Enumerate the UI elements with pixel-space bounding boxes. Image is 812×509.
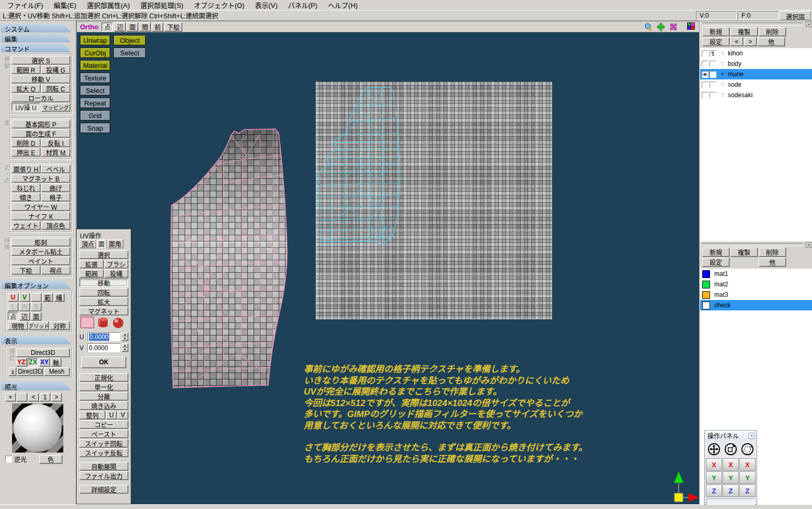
uv-unify-button[interactable]: 単一化	[79, 383, 128, 391]
opt-blank-button[interactable]	[31, 293, 41, 302]
uv-separate-button[interactable]: 分離	[79, 392, 128, 400]
section-header-system[interactable]: システム	[1, 24, 71, 32]
move-tool-button[interactable]	[706, 442, 722, 457]
uv-switch-flip-button[interactable]: スイッチ反転	[79, 448, 128, 457]
color-palette-icon[interactable]	[687, 22, 695, 31]
rotate-x-button[interactable]: X	[739, 458, 756, 471]
expand-triangle-icon[interactable]: ▼	[718, 72, 727, 77]
opt-w-button[interactable]: W	[19, 303, 30, 311]
object-toggle-button[interactable]: Object	[113, 35, 146, 45]
cmd-face-extend-button[interactable]: 面張り H	[12, 165, 40, 173]
object-row-kihon[interactable]: ▽ kihon	[700, 48, 812, 59]
cmd-delete-button[interactable]: 削除 D	[12, 138, 40, 147]
cmd-underlay-button[interactable]: 下絵	[12, 266, 40, 274]
object-lock-checkbox[interactable]	[710, 50, 716, 57]
uv-align-button[interactable]: 整列	[79, 411, 105, 419]
toggle-edge-button[interactable]: 辺	[114, 22, 125, 31]
plane-mapping-icon[interactable]	[81, 317, 94, 328]
cmd-rotate-button[interactable]: 回転 C	[41, 84, 70, 92]
mesh-button[interactable]: Mesh	[44, 367, 70, 376]
cmd-create-face-button[interactable]: 面の生成 F	[12, 129, 70, 137]
model-mesh-front[interactable]	[166, 128, 300, 395]
object-row-sodesaki[interactable]: ▽ sodesaki	[700, 90, 812, 100]
material-row-check[interactable]: check	[700, 300, 812, 310]
cmd-extrude-button[interactable]: 押出 E	[12, 148, 40, 156]
scale-z-button[interactable]: Z	[723, 484, 739, 497]
object-row-body[interactable]: ▽ body	[700, 59, 812, 69]
menu-selection-attr[interactable]: 選択部属性(A)	[82, 0, 135, 10]
uv-brush-button[interactable]: ブラシ	[105, 260, 129, 268]
cmd-paint-button[interactable]: ペイント	[12, 257, 70, 265]
menu-file[interactable]: ファイル(F)	[2, 0, 49, 10]
v-spin-down[interactable]: ▼	[122, 348, 128, 352]
object-lock-checkbox[interactable]	[710, 92, 716, 99]
cmd-scale-button[interactable]: 拡大 Q	[12, 84, 40, 92]
uv-range-button[interactable]: 範囲	[79, 269, 104, 277]
projection-mode-label[interactable]: Ortho	[80, 23, 98, 31]
opt-u-button[interactable]: U	[8, 293, 18, 302]
cylinder-mapping-icon[interactable]	[96, 317, 110, 329]
uv-lasso-button[interactable]: 投縄	[105, 269, 129, 277]
uv-scale-button[interactable]: 拡大	[79, 297, 128, 306]
expand-triangle-icon[interactable]: ▽	[718, 92, 727, 98]
cmd-vertex-color-button[interactable]: 頂点色	[41, 221, 70, 229]
object-lock-checkbox[interactable]	[710, 61, 716, 67]
uv-extend-button[interactable]: 拡張	[79, 260, 104, 268]
light-add-button[interactable]: +	[5, 393, 16, 401]
operation-panel-close-icon[interactable]: ×	[748, 433, 755, 439]
direct3d-button[interactable]: Direct3D	[16, 349, 70, 357]
section-header-command[interactable]: コマンド	[1, 44, 71, 52]
object-new-button[interactable]: 新規	[702, 27, 729, 36]
uv-ok-button[interactable]: OK	[82, 356, 126, 368]
uv-paste-button[interactable]: ペースト	[79, 430, 128, 438]
object-other-button[interactable]: 他	[758, 37, 785, 46]
menu-view[interactable]: 表示(V)	[249, 0, 282, 10]
cmd-magnet-button[interactable]: マグネット B	[12, 174, 70, 182]
light-preview-sphere[interactable]	[12, 403, 63, 453]
object-delete-button[interactable]: 削除	[759, 27, 786, 36]
cmd-move-button[interactable]: 移動 V	[12, 75, 70, 83]
opt-grid-button[interactable]: グリッド	[29, 321, 49, 330]
object-next-button[interactable]: >	[744, 37, 757, 46]
light-prev-button[interactable]: <	[28, 393, 39, 401]
object-duplicate-button[interactable]: 複製	[730, 27, 758, 36]
light-next-button[interactable]: >	[51, 393, 62, 401]
toggle-front-button[interactable]: 前	[152, 22, 163, 31]
uv-auto-unwrap-button[interactable]: 自動展開	[79, 462, 128, 470]
cmd-material-button[interactable]: 材質 M	[41, 148, 70, 156]
cmd-lattice-button[interactable]: 格子	[41, 193, 70, 201]
curobj-toggle-button[interactable]: CurObj	[80, 48, 110, 58]
expand-triangle-icon[interactable]: ▽	[718, 51, 727, 56]
opt-face-button[interactable]: 面	[31, 312, 41, 320]
object-current-checkbox[interactable]	[702, 71, 708, 78]
cmd-range-button[interactable]: 範囲 R	[12, 65, 40, 74]
object-current-checkbox[interactable]	[702, 92, 708, 99]
sphere-mapping-icon[interactable]	[112, 317, 124, 329]
object-current-checkbox[interactable]	[702, 82, 708, 88]
object-settings-button[interactable]: 設定	[702, 37, 729, 46]
uv-align-u-button[interactable]: U	[106, 411, 117, 419]
snap-toggle-button[interactable]: Snap	[80, 123, 110, 133]
uv-detail-settings-button[interactable]: 詳細設定	[79, 485, 128, 493]
move-x-button[interactable]: X	[706, 458, 722, 471]
menu-object[interactable]: オブジェクト(O)	[189, 0, 250, 10]
object-panel-close-icon[interactable]: ×	[806, 21, 811, 27]
opt-edge-button[interactable]: 辺	[19, 312, 30, 320]
material-new-button[interactable]: 新規	[702, 248, 729, 257]
uv-switch-rotate-button[interactable]: スイッチ回転	[79, 439, 128, 447]
material-row-mat3[interactable]: mat3	[700, 290, 812, 300]
expand-triangle-icon[interactable]: ▽	[718, 82, 727, 87]
cmd-bevel-button[interactable]: ベベル	[41, 165, 70, 173]
rotate-z-button[interactable]: Z	[739, 484, 756, 497]
toggle-point-button[interactable]: 点	[101, 22, 113, 31]
scale-x-button[interactable]: X	[723, 458, 739, 471]
grid-toggle-button[interactable]: Grid	[80, 110, 110, 121]
opt-actual-button[interactable]: 現物	[8, 321, 28, 330]
uv-tab-vertex[interactable]: 頂点	[79, 239, 96, 248]
uv-normalize-button[interactable]: 正規化	[79, 373, 128, 381]
texture-toggle-button[interactable]: Texture	[80, 73, 110, 83]
uv-select-button[interactable]: 選択	[79, 250, 128, 259]
light-remove-button[interactable]: -	[17, 393, 27, 401]
toggle-simple-button[interactable]: 簡	[139, 22, 151, 31]
toggle-face-button[interactable]: 面	[127, 22, 138, 31]
